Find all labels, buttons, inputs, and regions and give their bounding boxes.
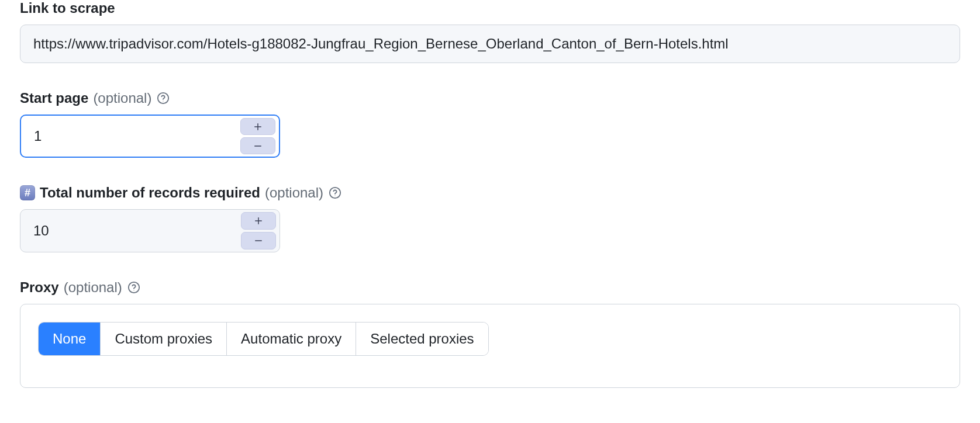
- svg-point-11: [133, 290, 134, 290]
- svg-point-1: [163, 100, 164, 101]
- total-records-decrement-button[interactable]: [241, 232, 276, 249]
- start-page-label-row: Start page (optional): [20, 90, 960, 106]
- start-page-field: Start page (optional): [20, 90, 960, 158]
- link-to-scrape-label-row: Link to scrape: [20, 0, 960, 16]
- help-icon[interactable]: [328, 186, 342, 200]
- total-records-field: # Total number of records required (opti…: [20, 185, 960, 252]
- total-records-stepper-buttons: [241, 210, 279, 252]
- start-page-stepper-buttons: [240, 116, 279, 157]
- link-to-scrape-label: Link to scrape: [20, 0, 115, 16]
- start-page-input[interactable]: [21, 116, 240, 157]
- help-icon[interactable]: [127, 280, 141, 294]
- total-records-input[interactable]: [20, 210, 241, 252]
- link-to-scrape-input[interactable]: [20, 25, 960, 63]
- proxy-option-selected[interactable]: Selected proxies: [356, 323, 488, 355]
- total-records-optional: (optional): [265, 185, 323, 201]
- start-page-label: Start page: [20, 90, 88, 106]
- proxy-label: Proxy: [20, 279, 59, 296]
- proxy-option-automatic[interactable]: Automatic proxy: [226, 323, 356, 355]
- start-page-decrement-button[interactable]: [240, 137, 275, 154]
- total-records-label-row: # Total number of records required (opti…: [20, 185, 960, 201]
- help-icon[interactable]: [156, 91, 170, 105]
- svg-point-5: [330, 188, 340, 198]
- proxy-panel: None Custom proxies Automatic proxy Sele…: [20, 304, 960, 388]
- proxy-segmented-control: None Custom proxies Automatic proxy Sele…: [38, 322, 489, 356]
- start-page-stepper: [20, 115, 280, 158]
- proxy-field: Proxy (optional) None Custom proxies Aut…: [20, 279, 960, 388]
- svg-point-6: [334, 195, 335, 196]
- total-records-label: Total number of records required: [40, 185, 260, 201]
- hash-icon: #: [20, 185, 35, 200]
- total-records-increment-button[interactable]: [241, 212, 276, 230]
- proxy-label-row: Proxy (optional): [20, 279, 960, 296]
- proxy-option-custom[interactable]: Custom proxies: [100, 323, 226, 355]
- svg-point-10: [129, 282, 139, 293]
- proxy-option-none[interactable]: None: [39, 323, 100, 355]
- proxy-optional: (optional): [64, 279, 122, 296]
- total-records-stepper: [20, 209, 280, 252]
- start-page-optional: (optional): [93, 90, 151, 106]
- svg-point-0: [158, 93, 168, 103]
- link-to-scrape-field: Link to scrape: [20, 0, 960, 63]
- start-page-increment-button[interactable]: [240, 118, 275, 135]
